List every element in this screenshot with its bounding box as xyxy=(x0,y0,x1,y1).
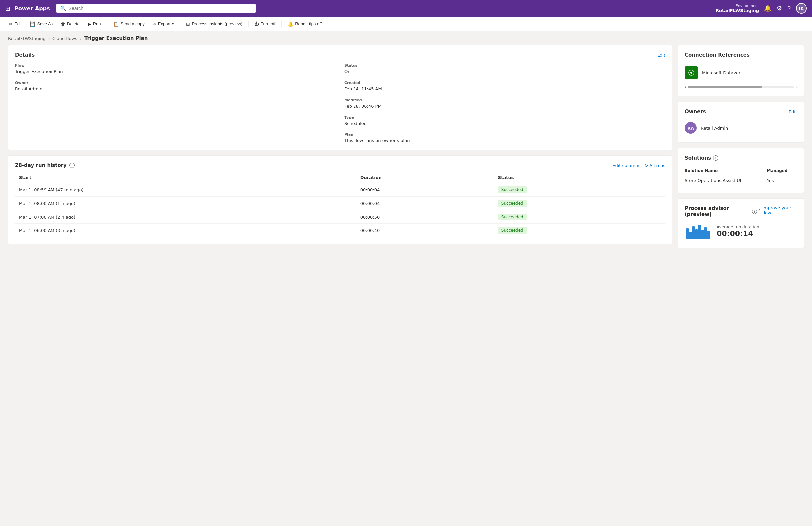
external-link-icon: ↗ xyxy=(757,208,760,213)
run-table-head: Start Duration Status xyxy=(15,172,666,183)
advisor-stats: Average run duration 00:00:14 xyxy=(717,225,759,238)
run-history-header: 28-day run history i Edit columns ↻ All … xyxy=(15,162,666,168)
solutions-table-head: Solution Name Managed xyxy=(685,166,797,175)
created-label: Created xyxy=(344,81,666,85)
scroll-bar[interactable] xyxy=(688,86,794,88)
chart-bar xyxy=(701,230,704,239)
run-history-actions: Edit columns ↻ All runs xyxy=(612,163,666,168)
owner-value: Retail Admin xyxy=(15,86,336,91)
turn-off-icon: ⏻ xyxy=(255,21,259,27)
save-as-button[interactable]: 💾 Save As xyxy=(26,19,56,29)
detail-created: Created Feb 14, 11:45 AM xyxy=(344,81,666,91)
scroll-right-icon[interactable]: › xyxy=(795,85,797,89)
run-duration: 00:00:50 xyxy=(357,210,494,224)
table-row[interactable]: Mar 1, 07:00 AM (2 h ago) 00:00:50 Succe… xyxy=(15,210,666,224)
chart-bar xyxy=(690,232,692,239)
details-card: Details Edit Flow Trigger Execution Plan… xyxy=(8,45,672,150)
all-runs-link[interactable]: ↻ All runs xyxy=(644,163,666,168)
run-start: Mar 1, 08:59 AM (47 min ago) xyxy=(15,183,357,197)
process-insights-button[interactable]: ⊞ Process insights (preview) xyxy=(183,19,246,29)
dataverse-icon-svg xyxy=(688,69,695,76)
toolbar-divider-2 xyxy=(180,20,180,27)
search-box[interactable]: 🔍 xyxy=(57,4,256,13)
repair-tips-icon: 🔔 xyxy=(288,21,293,27)
refresh-icon: ↻ xyxy=(644,163,648,168)
grid-icon[interactable]: ⊞ xyxy=(5,5,10,12)
col-status: Status xyxy=(494,172,666,183)
scroll-thumb xyxy=(688,86,762,88)
app-logo: Power Apps xyxy=(14,5,50,12)
run-history-title: 28-day run history xyxy=(15,162,67,168)
col-managed: Managed xyxy=(767,166,797,175)
solutions-table-body: Store Operations Assist UI Yes xyxy=(685,175,797,186)
details-title: Details xyxy=(15,52,34,58)
solutions-title: Solutions xyxy=(685,155,711,161)
detail-empty2 xyxy=(15,115,336,126)
process-insights-icon: ⊞ xyxy=(186,21,190,27)
search-icon: 🔍 xyxy=(60,6,66,11)
advisor-info-icon[interactable]: i xyxy=(752,209,757,214)
owners-card: Owners Edit RA Retail Admin xyxy=(678,102,804,143)
detail-plan: Plan This flow runs on owner's plan xyxy=(344,133,666,143)
edit-columns-link[interactable]: Edit columns xyxy=(612,163,640,168)
chart-bar xyxy=(692,226,695,239)
delete-button[interactable]: 🗑 Delete xyxy=(57,19,83,29)
table-row[interactable]: Mar 1, 06:00 AM (3 h ago) 00:00:40 Succe… xyxy=(15,224,666,237)
solution-managed: Yes xyxy=(767,175,797,186)
col-duration: Duration xyxy=(357,172,494,183)
advisor-chart xyxy=(685,221,711,241)
run-history-info-icon[interactable]: i xyxy=(70,163,75,168)
turn-off-button[interactable]: ⏻ Turn off xyxy=(251,19,279,29)
breadcrumb: RetailFLWStaging › Cloud flows › Trigger… xyxy=(0,31,812,45)
breadcrumb-sep-2: › xyxy=(80,36,82,41)
repair-tips-button[interactable]: 🔔 Repair tips off xyxy=(285,19,325,29)
owner-label: Owner xyxy=(15,81,336,85)
toolbar-divider-4 xyxy=(281,20,282,27)
chart-bar xyxy=(704,227,707,239)
process-advisor-card: Process advisor (preview) i ↗ Improve yo… xyxy=(678,198,804,248)
environment-name: RetailFLWStaging xyxy=(716,8,759,13)
breadcrumb-cloud-flows-link[interactable]: Cloud flows xyxy=(53,36,77,41)
notification-button[interactable]: 🔔 xyxy=(764,5,771,12)
owners-edit-link[interactable]: Edit xyxy=(789,109,797,114)
scroll-left-icon[interactable]: ‹ xyxy=(685,85,686,89)
improve-flow-link[interactable]: ↗ Improve your flow xyxy=(757,205,797,215)
connection-icon[interactable] xyxy=(685,66,698,79)
detail-empty3 xyxy=(15,133,336,143)
detail-owner: Owner Retail Admin xyxy=(15,81,336,91)
toolbar-divider-1 xyxy=(107,20,107,27)
settings-button[interactable]: ⚙ xyxy=(777,5,782,12)
table-row[interactable]: Mar 1, 08:59 AM (47 min ago) 00:00:04 Su… xyxy=(15,183,666,197)
export-chevron-icon: ▾ xyxy=(172,22,174,26)
left-column: Details Edit Flow Trigger Execution Plan… xyxy=(8,45,672,248)
topnav-right: Environment RetailFLWStaging 🔔 ⚙ ? IK xyxy=(716,3,807,14)
search-input[interactable] xyxy=(69,6,252,11)
solutions-info-icon[interactable]: i xyxy=(713,155,718,161)
list-item[interactable]: Store Operations Assist UI Yes xyxy=(685,175,797,186)
advisor-title: Process advisor (preview) xyxy=(685,205,750,217)
run-start: Mar 1, 08:00 AM (1 h ago) xyxy=(15,197,357,210)
breadcrumb-env-link[interactable]: RetailFLWStaging xyxy=(8,36,45,41)
send-copy-button[interactable]: 📋 Send a copy xyxy=(110,19,148,29)
help-button[interactable]: ? xyxy=(787,5,791,12)
environment-selector[interactable]: Environment RetailFLWStaging xyxy=(716,4,759,13)
run-start: Mar 1, 07:00 AM (2 h ago) xyxy=(15,210,357,224)
details-edit-link[interactable]: Edit xyxy=(657,53,666,58)
table-row[interactable]: Mar 1, 08:00 AM (1 h ago) 00:00:04 Succe… xyxy=(15,197,666,210)
connection-ref-item: Microsoft Dataver xyxy=(685,63,797,82)
run-table-body: Mar 1, 08:59 AM (47 min ago) 00:00:04 Su… xyxy=(15,183,666,237)
solution-name: Store Operations Assist UI xyxy=(685,175,767,186)
solutions-table: Solution Name Managed Store Operations A… xyxy=(685,166,797,186)
send-copy-icon: 📋 xyxy=(113,21,119,27)
delete-icon: 🗑 xyxy=(61,21,66,27)
edit-button[interactable]: ✏ Edit xyxy=(5,19,25,29)
avatar[interactable]: IK xyxy=(796,3,807,14)
run-status: Succeeded xyxy=(494,210,666,224)
run-button[interactable]: ▶ Run xyxy=(84,19,104,29)
run-duration: 00:00:04 xyxy=(357,197,494,210)
main-layout: Details Edit Flow Trigger Execution Plan… xyxy=(0,45,812,256)
export-icon: ⇥ xyxy=(153,21,157,27)
export-button[interactable]: ⇥ Export ▾ xyxy=(149,19,177,29)
chart-bar xyxy=(707,231,710,239)
connection-name: Microsoft Dataver xyxy=(702,71,740,75)
